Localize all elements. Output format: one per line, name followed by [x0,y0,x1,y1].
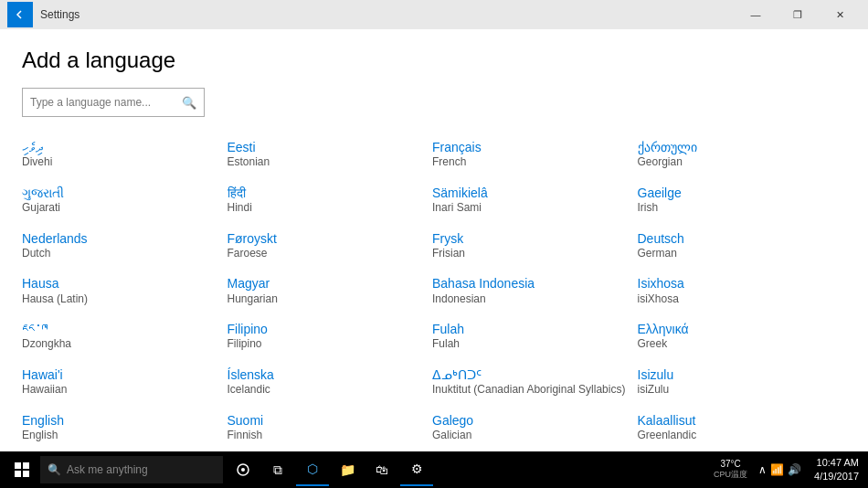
list-item[interactable]: FulahFulah [432,313,638,359]
language-english-name: Georgian [638,155,840,170]
language-english-name: Dzongkha [22,337,224,352]
language-english-name: Gujarati [22,201,224,216]
list-item[interactable]: FilipinoFilipino [228,313,433,359]
cortana-button[interactable] [227,453,259,486]
window-controls: — ❐ ✕ [735,0,861,29]
list-item[interactable]: ΕλληνικάGreek [638,313,843,359]
main-content: Add a language 🔍 ދިވެހިDivehiEestiEstoni… [0,29,868,451]
edge-button[interactable]: ⬡ [296,453,329,486]
list-item[interactable]: Hawai'iHawaiian [22,359,228,405]
list-item[interactable]: ᐃᓄᒃᑎᑐᑦInuktitut (Canadian Aboriginal Syl… [432,359,638,405]
minimize-button[interactable]: — [735,0,777,29]
list-item[interactable]: DeutschGerman [638,223,843,269]
title-bar: Settings — ❐ ✕ [0,0,868,29]
maximize-button[interactable]: ❐ [777,0,819,29]
language-native-name: Íslenska [228,366,429,383]
language-english-name: Faroese [228,247,429,261]
back-button[interactable] [7,2,33,27]
list-item[interactable]: Bahasa IndonesiaIndonesian [432,268,638,313]
language-english-name: Irish [638,201,840,216]
language-english-name: Icelandic [228,383,429,398]
list-item[interactable]: GalegoGalician [432,405,638,451]
search-box[interactable]: 🔍 [22,88,205,117]
language-native-name: Hawai'i [22,366,224,383]
language-english-name: Hindi [228,201,429,216]
language-english-name: German [638,247,840,261]
list-item[interactable]: FryskFrisian [432,223,638,269]
language-list: ދިވެހިDivehiEestiEstonianFrançaisFrenchქ… [22,132,846,451]
list-item[interactable]: ÍslenskaIcelandic [228,359,433,405]
language-native-name: ދިވެހި [22,139,224,155]
list-item[interactable]: ދިވެހިDivehi [22,132,228,177]
language-english-name: Indonesian [432,292,634,307]
language-english-name: isiZulu [638,383,840,398]
list-item[interactable]: EestiEstonian [228,132,433,177]
language-english-name: Hungarian [228,292,429,307]
language-english-name: Greek [638,337,840,352]
windows-logo [15,462,29,477]
language-native-name: Bahasa Indonesia [432,275,634,292]
language-native-name: Ελληνικά [638,321,840,337]
taskbar-app-icons: ⧉ ⬡ 📁 🛍 ⚙ [261,453,433,486]
volume-icon[interactable]: 🔊 [788,463,801,476]
language-native-name: Filipino [228,321,429,337]
explorer-button[interactable]: 📁 [331,453,364,486]
list-item[interactable]: KalaallisutGreenlandic [638,405,843,451]
language-english-name: Hausa (Latin) [22,292,224,307]
language-english-name: Dutch [22,247,224,261]
list-item[interactable]: ཇོང་ཁDzongkha [22,313,228,359]
language-english-name: Inari Sami [432,201,634,216]
cpu-temp: 37°C CPU温度 [710,459,751,481]
list-item[interactable]: FøroysktFaroese [228,223,433,269]
language-native-name: Hausa [22,275,224,292]
language-native-name: ગુજરાતી [22,185,224,201]
network-icon[interactable]: 📶 [770,463,784,476]
language-native-name: Føroyskt [228,230,429,247]
list-item[interactable]: SämikielâInari Sami [432,177,638,223]
language-native-name: Suomi [228,412,429,429]
start-button[interactable] [4,451,40,488]
language-english-name: Frisian [432,247,634,261]
language-english-name: French [432,155,634,170]
list-item[interactable]: ქართულიGeorgian [638,132,843,177]
task-view-button[interactable]: ⧉ [261,453,294,486]
search-icon: 🔍 [182,96,196,110]
language-english-name: Greenlandic [638,429,840,443]
list-item[interactable]: SuomiFinnish [228,405,433,451]
close-button[interactable]: ✕ [819,0,861,29]
language-native-name: ᐃᓄᒃᑎᑐᑦ [432,366,634,383]
clock[interactable]: 10:47 AM 4/19/2017 [809,456,864,484]
list-item[interactable]: IsizuluisiZulu [638,359,843,405]
list-item[interactable]: MagyarHungarian [228,268,433,313]
language-native-name: Frysk [432,230,634,247]
list-item[interactable]: NederlandsDutch [22,223,228,269]
language-native-name: Deutsch [638,230,840,247]
language-native-name: Français [432,139,634,155]
settings-button[interactable]: ⚙ [400,453,433,486]
window-title: Settings [40,8,735,21]
list-item[interactable]: FrançaisFrench [432,132,638,177]
language-native-name: Isixhosa [638,275,840,292]
store-button[interactable]: 🛍 [365,453,398,486]
language-english-name: Fulah [432,337,634,352]
language-native-name: Kalaallisut [638,412,840,429]
language-native-name: English [22,412,224,429]
page-title: Add a language [22,48,846,73]
language-english-name: Finnish [228,429,429,443]
taskbar-search-box[interactable]: 🔍 Ask me anything [40,456,223,483]
list-item[interactable]: EnglishEnglish [22,405,228,451]
language-native-name: ქართული [638,139,840,155]
language-english-name: Filipino [228,337,429,352]
svg-point-1 [241,468,245,472]
list-item[interactable]: हिंदीHindi [228,177,433,223]
language-native-name: Magyar [228,275,429,292]
taskbar: 🔍 Ask me anything ⧉ ⬡ 📁 🛍 ⚙ 37°C CPU温度 ∧… [0,451,868,488]
search-input[interactable] [30,96,182,109]
list-item[interactable]: IsixhosaisiXhosa [638,268,843,313]
list-item[interactable]: GaeilgeIrish [638,177,843,223]
list-item[interactable]: ગુજરાતીGujarati [22,177,228,223]
language-english-name: Divehi [22,155,224,170]
language-english-name: Galician [432,429,634,443]
list-item[interactable]: HausaHausa (Latin) [22,268,228,313]
chevron-icon[interactable]: ∧ [758,463,767,476]
